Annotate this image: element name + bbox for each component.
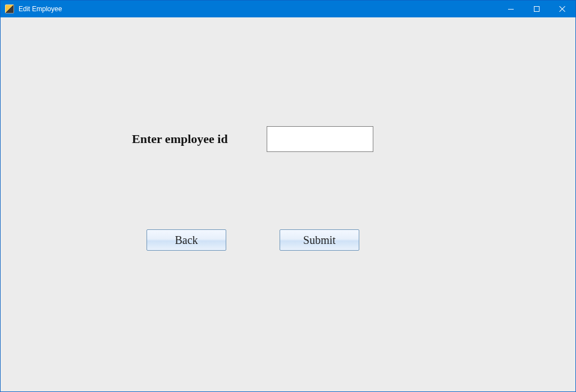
titlebar: Edit Employee	[1, 1, 575, 17]
minimize-button[interactable]	[498, 1, 524, 17]
window-controls	[498, 1, 575, 17]
maximize-button[interactable]	[524, 1, 550, 17]
close-button[interactable]	[550, 1, 575, 17]
employee-id-input[interactable]	[267, 126, 373, 152]
close-icon	[559, 6, 566, 12]
submit-button[interactable]: Submit	[280, 229, 359, 251]
button-row: Back Submit	[147, 229, 359, 251]
minimize-icon	[508, 9, 514, 10]
employee-id-label: Enter employee id	[132, 132, 267, 146]
app-icon	[5, 4, 14, 13]
back-button[interactable]: Back	[147, 229, 226, 251]
maximize-icon	[534, 6, 540, 12]
employee-id-row: Enter employee id	[132, 126, 373, 152]
window-title: Edit Employee	[19, 1, 62, 17]
client-area: Enter employee id Back Submit	[1, 17, 575, 392]
